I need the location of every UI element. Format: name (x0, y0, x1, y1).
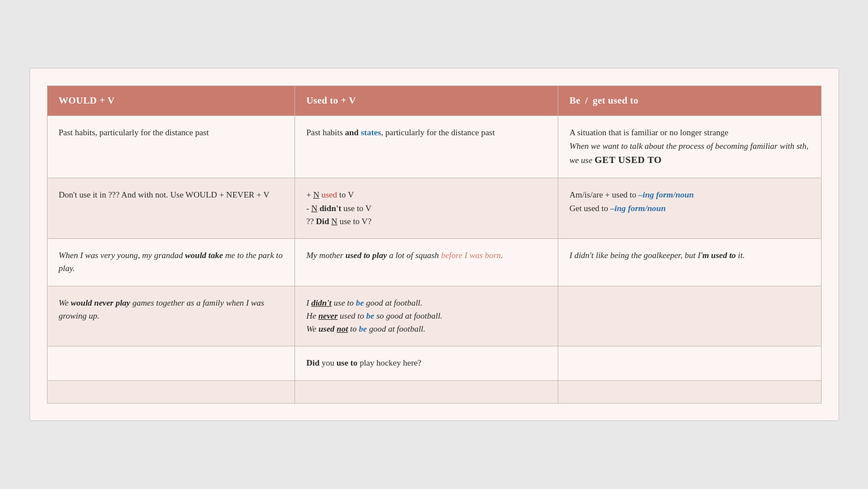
cell-r3c1: When I was very young, my grandad would … (47, 239, 294, 286)
cell-r3c2: My mother used to play a lot of squash b… (294, 239, 558, 286)
header-be-get-used-to: Be / get used to (558, 86, 821, 116)
grammar-table: WOULD + V Used to + V Be / get used to P… (47, 85, 822, 403)
cell-r4c2: I didn't use to be good at football. He … (294, 286, 558, 346)
cell-r6c3 (558, 380, 821, 403)
table-row: Don't use it in ??? And with not. Use WO… (47, 178, 821, 239)
cell-r1c2: Past habits and states, particularly for… (294, 116, 558, 178)
header-used-to: Used to + V (294, 86, 558, 116)
table-row: We would never play games together as a … (47, 286, 821, 346)
cell-r1c3: A situation that is familiar or no longe… (558, 116, 821, 178)
cell-r2c3: Am/is/are + used to –ing form/noun Get u… (558, 178, 821, 239)
table-row (47, 380, 821, 403)
cell-r6c1 (47, 380, 294, 403)
cell-r5c1 (47, 346, 294, 380)
table-row: Past habits, particularly for the distan… (47, 116, 821, 178)
cell-r2c1: Don't use it in ??? And with not. Use WO… (47, 178, 294, 239)
page-container: WOULD + V Used to + V Be / get used to P… (29, 68, 839, 421)
cell-r5c3 (558, 346, 821, 380)
cell-r6c2 (294, 380, 558, 403)
cell-r4c3 (558, 286, 821, 346)
table-row: Did you use to play hockey here? (47, 346, 821, 380)
cell-r3c3: I didn't like being the goalkeeper, but … (558, 239, 821, 286)
cell-r2c2: + N used to V - N didn't use to V ?? Did… (294, 178, 558, 239)
table-row: When I was very young, my grandad would … (47, 239, 821, 286)
header-would: WOULD + V (47, 86, 294, 116)
cell-r4c1: We would never play games together as a … (47, 286, 294, 346)
cell-r1c1: Past habits, particularly for the distan… (47, 116, 294, 178)
cell-r5c2: Did you use to play hockey here? (294, 346, 558, 380)
